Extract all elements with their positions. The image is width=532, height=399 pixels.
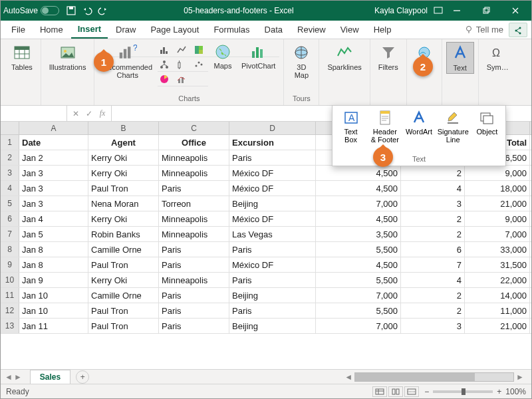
cell[interactable]: Office — [159, 135, 229, 150]
row-header[interactable]: 9 — [1, 257, 19, 272]
cell[interactable]: 5,500 — [316, 242, 401, 257]
cell[interactable]: 7,000 — [465, 227, 530, 241]
minimize-button[interactable] — [444, 1, 470, 21]
cell[interactable]: Minneapolis — [159, 211, 229, 226]
cell[interactable]: Paul Tron — [88, 257, 159, 272]
cell[interactable]: Jan 8 — [19, 242, 88, 257]
cell[interactable]: Paris — [159, 257, 229, 272]
cell[interactable]: Kerry Oki — [88, 150, 159, 165]
pie-chart-icon[interactable] — [158, 72, 174, 86]
cell[interactable]: Jan 3 — [19, 196, 88, 211]
cell[interactable]: 4 — [401, 181, 465, 196]
filters-button[interactable]: Filters — [374, 42, 402, 72]
cell[interactable]: Paris — [159, 303, 229, 318]
row-header[interactable]: 11 — [1, 288, 19, 303]
cell[interactable]: Paris — [159, 181, 229, 196]
cell[interactable]: 14,000 — [465, 288, 530, 303]
cell[interactable]: Camille Orne — [88, 242, 159, 257]
cell[interactable]: Jan 3 — [19, 181, 88, 196]
zoom-level[interactable]: 100% — [505, 387, 526, 396]
cell[interactable]: Paul Tron — [88, 303, 159, 318]
row-header[interactable]: 13 — [1, 319, 19, 333]
hscroll-right-icon[interactable]: ► — [514, 372, 526, 382]
tab-formulas[interactable]: Formulas — [207, 21, 256, 38]
cell[interactable]: México DF — [229, 166, 316, 180]
close-button[interactable] — [502, 1, 529, 21]
fx-icon[interactable]: fx — [96, 108, 108, 118]
autosave-toggle[interactable]: AutoSave — [3, 6, 59, 15]
enter-icon[interactable]: ✓ — [83, 109, 95, 118]
cell[interactable]: 3,500 — [316, 227, 401, 241]
name-box[interactable] — [1, 106, 67, 121]
hscroll-left-icon[interactable]: ◄ — [342, 372, 354, 382]
tab-page-layout[interactable]: Page Layout — [144, 21, 205, 38]
col-header[interactable]: D — [229, 122, 316, 134]
tell-me[interactable]: Tell me — [464, 25, 503, 35]
tables-button[interactable]: Tables — [7, 42, 37, 72]
user-name[interactable]: Kayla Claypool — [374, 6, 428, 15]
tab-draw[interactable]: Draw — [109, 21, 142, 38]
cell[interactable]: 4 — [401, 273, 465, 287]
column-chart-icon[interactable] — [158, 43, 174, 57]
cell[interactable]: 21,000 — [465, 319, 530, 333]
tab-insert[interactable]: Insert — [71, 21, 108, 39]
cell[interactable]: México DF — [229, 257, 316, 272]
cell[interactable]: Excursion — [229, 135, 316, 150]
col-header[interactable]: B — [88, 122, 159, 134]
cell[interactable]: 4,500 — [316, 166, 401, 180]
save-icon[interactable] — [66, 5, 76, 16]
sheet-nav-next-icon[interactable]: ► — [14, 372, 22, 382]
cell[interactable]: Nena Moran — [88, 196, 159, 211]
cell[interactable]: Paris — [229, 303, 316, 318]
cell[interactable]: 3 — [401, 319, 465, 333]
cell[interactable]: 4,500 — [316, 257, 401, 272]
cell[interactable]: Minneapolis — [159, 227, 229, 241]
scatter-chart-icon[interactable] — [192, 58, 208, 71]
text-button[interactable]: Text — [446, 42, 474, 74]
cell[interactable]: Minneapolis — [159, 273, 229, 287]
cell[interactable]: Jan 8 — [19, 257, 88, 272]
row-header[interactable]: 5 — [1, 196, 19, 211]
cell[interactable]: 2 — [401, 227, 465, 241]
cell[interactable]: Camille Orne — [88, 288, 159, 303]
cell[interactable]: 2 — [401, 288, 465, 303]
cell[interactable]: Paris — [159, 242, 229, 257]
cell[interactable]: Jan 9 — [19, 273, 88, 287]
cell[interactable]: 21,000 — [465, 196, 530, 211]
zoom-in-icon[interactable]: + — [497, 387, 501, 396]
ribbon-display-icon[interactable] — [433, 5, 444, 16]
cell[interactable]: Paris — [159, 319, 229, 333]
cell[interactable]: 4,500 — [316, 211, 401, 226]
cell[interactable]: 7,000 — [316, 288, 401, 303]
object-button[interactable]: Object — [470, 107, 504, 152]
cell[interactable]: 2 — [401, 166, 465, 180]
col-header[interactable]: A — [19, 122, 88, 134]
cell[interactable]: México DF — [229, 211, 316, 226]
cell[interactable]: Jan 5 — [19, 227, 88, 241]
symbols-button[interactable]: Ω Sym… — [483, 42, 513, 72]
text-box-button[interactable]: A Text Box — [334, 107, 368, 152]
sheet-tab-sales[interactable]: Sales — [30, 370, 70, 384]
cell[interactable]: Paris — [159, 288, 229, 303]
cell[interactable]: 2 — [401, 211, 465, 226]
row-header[interactable]: 2 — [1, 150, 19, 165]
cell[interactable]: 22,000 — [465, 273, 530, 287]
cell[interactable]: Jan 11 — [19, 319, 88, 333]
cell[interactable]: Minneapolis — [159, 150, 229, 165]
cancel-icon[interactable]: ✕ — [70, 109, 82, 118]
cell[interactable]: Beijing — [229, 319, 316, 333]
tab-home[interactable]: Home — [33, 21, 70, 38]
cell[interactable]: 5,500 — [316, 303, 401, 318]
page-break-view-icon[interactable] — [404, 386, 419, 397]
page-layout-view-icon[interactable] — [388, 386, 403, 397]
signature-line-button[interactable]: Signature Line — [436, 107, 470, 152]
combo-chart-icon[interactable] — [175, 72, 191, 86]
cell[interactable]: Kerry Oki — [88, 211, 159, 226]
add-sheet-button[interactable]: + — [76, 370, 89, 384]
row-header[interactable]: 6 — [1, 211, 19, 226]
cell[interactable]: Paul Tron — [88, 181, 159, 196]
3d-map-button[interactable]: 3D Map — [288, 42, 315, 80]
cell[interactable]: Kerry Oki — [88, 273, 159, 287]
cell[interactable]: 7,000 — [316, 196, 401, 211]
sheet-nav-prev-icon[interactable]: ◄ — [5, 372, 13, 382]
